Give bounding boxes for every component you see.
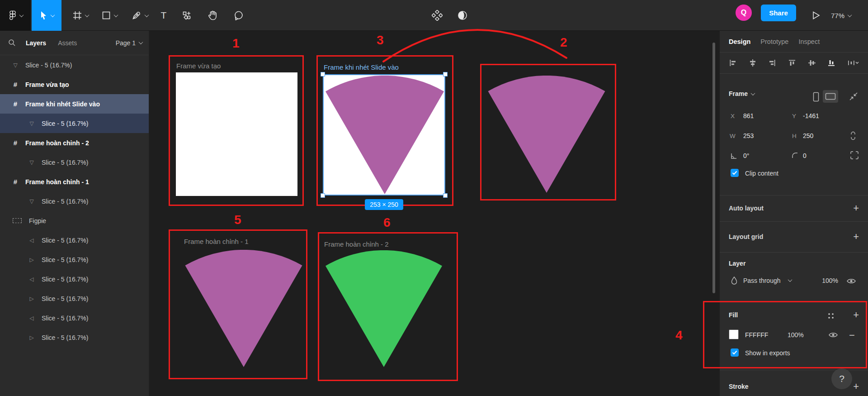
pie-slice-shape[interactable]: [184, 250, 303, 368]
fill-color-swatch[interactable]: [729, 329, 739, 339]
text-tool-button[interactable]: T: [154, 0, 174, 31]
shape-tool-button[interactable]: [96, 0, 124, 31]
fill-styles-icon[interactable]: [827, 312, 835, 320]
tab-prototype[interactable]: Prototype: [760, 38, 788, 45]
frame-vua-tao-body[interactable]: [176, 72, 297, 196]
layer-row[interactable]: ▷ Slice - 5 (16.7%): [0, 289, 149, 308]
selection-handle-bottom-left[interactable]: [321, 193, 325, 198]
layer-row[interactable]: Figpie: [0, 211, 149, 230]
search-icon[interactable]: [8, 39, 16, 47]
layer-row[interactable]: ▽ Slice - 5 (16.7%): [0, 55, 149, 75]
align-vertical-centers-icon[interactable]: [808, 59, 816, 67]
layer-row[interactable]: ◁ Slice - 5 (16.7%): [0, 230, 149, 250]
align-top-icon[interactable]: [788, 59, 796, 67]
auto-layout-section: Auto layout +: [720, 196, 868, 222]
x-field-value[interactable]: 861: [743, 112, 754, 119]
orientation-landscape-button[interactable]: [823, 90, 838, 103]
share-button[interactable]: Share: [761, 5, 796, 21]
add-auto-layout-button[interactable]: +: [853, 203, 859, 213]
align-horizontal-centers-icon[interactable]: [749, 59, 757, 67]
pen-tool-button[interactable]: [126, 0, 154, 31]
layer-type-icon: ◁: [27, 315, 36, 321]
width-field-value[interactable]: 253: [743, 132, 754, 139]
page-selector[interactable]: Page 1: [116, 39, 142, 47]
add-stroke-button[interactable]: +: [853, 382, 859, 391]
clip-content-checkbox[interactable]: [731, 169, 739, 177]
eye-icon[interactable]: [846, 277, 856, 285]
object-type-dropdown[interactable]: Frame: [729, 90, 755, 97]
layer-row[interactable]: ◁ Slice - 5 (16.7%): [0, 269, 149, 289]
canvas-scrollbar[interactable]: [712, 43, 715, 293]
comment-tool-button[interactable]: [228, 0, 250, 31]
avatar[interactable]: Q: [736, 5, 752, 21]
blend-mode-value[interactable]: Pass through: [743, 277, 781, 284]
layer-row[interactable]: ▷ Slice - 5 (16.7%): [0, 328, 149, 347]
main-menu-button[interactable]: [0, 0, 31, 31]
rotation-value[interactable]: 0°: [743, 152, 749, 159]
move-tool-button[interactable]: [32, 0, 61, 31]
help-button[interactable]: ?: [831, 368, 852, 389]
align-bottom-icon[interactable]: [827, 59, 835, 67]
selection-handle-top-left[interactable]: [321, 72, 325, 76]
pie-slice-shape[interactable]: [325, 250, 443, 368]
eye-icon[interactable]: [828, 331, 838, 339]
collapse-arrows-icon[interactable]: [849, 92, 858, 101]
size-badge: 253 × 250: [365, 199, 403, 210]
independent-corners-icon[interactable]: [850, 151, 859, 160]
add-fill-button[interactable]: +: [853, 310, 859, 320]
frame-title-hoan-chinh-1[interactable]: Frame hoàn chỉnh - 1: [184, 238, 249, 245]
tab-assets[interactable]: Assets: [58, 39, 77, 47]
height-field-label: H: [792, 133, 797, 139]
fill-hex-value[interactable]: FFFFFF: [745, 331, 768, 339]
chevron-down-icon: [139, 40, 143, 44]
pie-slice-shape[interactable]: [325, 76, 445, 195]
rotation-icon: [730, 152, 738, 160]
chevron-down-icon[interactable]: [788, 277, 793, 282]
align-left-icon[interactable]: [729, 59, 737, 67]
layer-row[interactable]: # Frame hoàn chỉnh - 2: [0, 133, 149, 153]
layout-grid-label: Layout grid: [729, 233, 763, 240]
selection-handle-top-right[interactable]: [443, 72, 448, 76]
frame-properties-section: Frame X 861 Y -1461 W 253 H 250: [720, 74, 868, 196]
fill-opacity-value[interactable]: 100%: [788, 331, 804, 339]
frame-title-frame-vua-tao[interactable]: Frame vừa tạo: [176, 62, 221, 70]
layer-row[interactable]: ◁ Slice - 5 (16.7%): [0, 308, 149, 328]
y-field-value[interactable]: -1461: [803, 112, 819, 119]
layer-row[interactable]: ▽ Slice - 5 (16.7%): [0, 153, 149, 172]
remove-fill-button[interactable]: −: [849, 329, 855, 341]
hand-tool-button[interactable]: [202, 0, 223, 31]
frame-title-hoan-chinh-2[interactable]: Frame hoàn chỉnh - 2: [324, 240, 389, 248]
layer-label: Slice - 5 (16.7%): [25, 62, 72, 69]
show-in-exports-checkbox[interactable]: [731, 348, 739, 357]
corner-radius-value[interactable]: 0: [803, 152, 807, 159]
layer-row[interactable]: # Frame khi nhét Slide vào: [0, 94, 149, 114]
layer-row[interactable]: ▽ Slice - 5 (16.7%): [0, 114, 149, 133]
height-field-value[interactable]: 250: [803, 132, 813, 139]
layer-opacity-value[interactable]: 100%: [816, 277, 838, 284]
layer-section: Layer Pass through 100%: [720, 253, 868, 301]
constrain-proportions-icon[interactable]: [850, 131, 856, 141]
pie-slice-path: [185, 250, 302, 367]
layer-row[interactable]: # Frame vừa tạo: [0, 75, 149, 94]
resources-tool-button[interactable]: [176, 0, 197, 31]
tab-design[interactable]: Design: [729, 38, 750, 45]
blend-mode-droplet-icon[interactable]: [731, 276, 738, 285]
zoom-menu[interactable]: 77%: [831, 0, 851, 31]
selection-handle-bottom-right[interactable]: [443, 193, 448, 198]
orientation-portrait-icon[interactable]: [813, 92, 819, 102]
align-right-icon[interactable]: [768, 59, 776, 67]
tab-layers[interactable]: Layers: [26, 39, 46, 47]
inspector-tabs: Design Prototype Inspect: [720, 31, 868, 52]
layer-row[interactable]: ▷ Slice - 5 (16.7%): [0, 250, 149, 269]
present-button[interactable]: [806, 0, 826, 31]
layer-row[interactable]: ▽ Slice - 5 (16.7%): [0, 191, 149, 211]
distribute-tidy-icon[interactable]: [847, 59, 859, 67]
frame-khi-nhet-slide-vao-body[interactable]: [323, 74, 445, 196]
tab-inspect[interactable]: Inspect: [798, 38, 820, 45]
add-layout-grid-button[interactable]: +: [853, 232, 859, 242]
chevron-down-icon: [19, 13, 24, 17]
layer-row[interactable]: # Frame hoàn chỉnh - 1: [0, 172, 149, 191]
frame-tool-button[interactable]: [66, 0, 95, 31]
annotation-curve-arrow: [380, 16, 570, 66]
pie-slice-shape[interactable]: [487, 76, 606, 194]
